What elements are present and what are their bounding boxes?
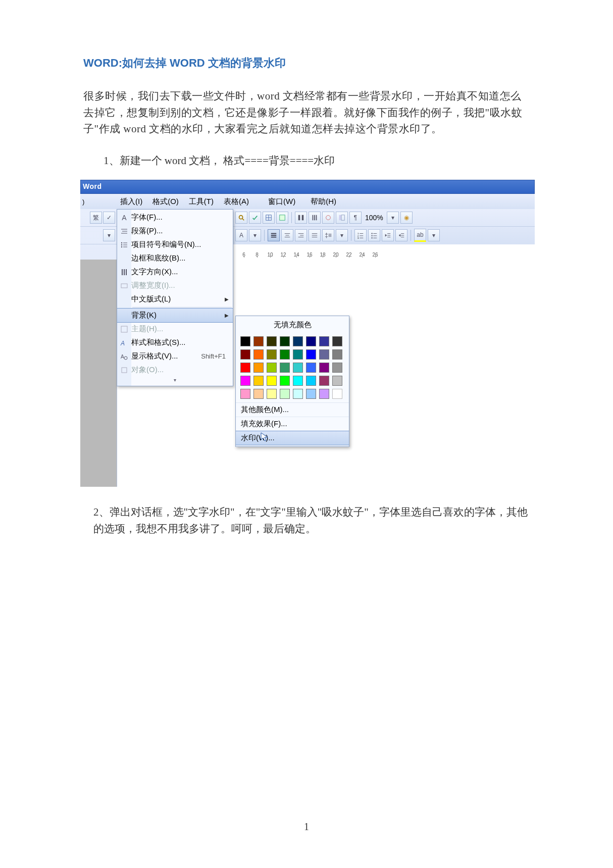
svg-rect-13: [341, 215, 344, 221]
svg-point-34: [371, 235, 372, 236]
color-swatch[interactable]: [240, 363, 250, 373]
color-swatch[interactable]: [280, 336, 290, 346]
align-justify-icon[interactable]: [268, 229, 280, 241]
excel-icon[interactable]: [276, 212, 288, 224]
svg-point-53: [121, 246, 122, 247]
align-dist-icon[interactable]: [309, 229, 321, 241]
color-swatch[interactable]: [319, 376, 329, 386]
menu-item-reveal-formatting[interactable]: A 显示格式(V)... Shift+F1: [117, 349, 233, 363]
dropdown-icon[interactable]: ▾: [428, 229, 440, 241]
color-swatch[interactable]: [332, 376, 342, 386]
menu-window[interactable]: 窗口(W): [263, 194, 300, 209]
color-swatch[interactable]: [306, 389, 316, 399]
spellcheck-icon[interactable]: [249, 212, 261, 224]
color-swatch[interactable]: [332, 336, 342, 346]
color-swatch[interactable]: [332, 389, 342, 399]
dropdown-icon[interactable]: ▾: [249, 229, 261, 241]
color-swatch[interactable]: [253, 349, 264, 360]
color-swatch[interactable]: [319, 363, 329, 373]
bullets-icon[interactable]: [368, 229, 380, 241]
no-fill-option[interactable]: 无填充颜色: [237, 318, 347, 333]
research-icon[interactable]: [235, 212, 247, 224]
watermark-option[interactable]: 水印(W)...: [236, 431, 349, 445]
show-icon[interactable]: ¶: [349, 212, 362, 224]
svg-text:A: A: [120, 340, 125, 347]
color-swatch[interactable]: [267, 376, 277, 386]
color-swatch[interactable]: [267, 363, 277, 373]
color-swatch[interactable]: [293, 349, 303, 360]
color-swatch[interactable]: [267, 389, 277, 399]
color-swatch[interactable]: [293, 363, 303, 373]
color-swatch[interactable]: [253, 389, 264, 399]
zoom-dropdown-icon[interactable]: ▾: [387, 212, 399, 224]
menu-tools[interactable]: 工具(T): [184, 194, 219, 209]
more-colors-option[interactable]: 其他颜色(M)...: [236, 402, 349, 417]
color-swatch[interactable]: [240, 376, 250, 386]
toolbar-row-1: ¶ 100% ▾ ◉: [232, 209, 535, 227]
color-swatch[interactable]: [306, 363, 316, 373]
reveal-icon: A: [117, 352, 131, 361]
menu-item-font[interactable]: A 字体(F)...: [117, 211, 233, 224]
char-scale-icon[interactable]: A: [235, 229, 247, 241]
textdir-icon[interactable]: [309, 212, 321, 224]
color-swatch[interactable]: [240, 336, 250, 346]
color-swatch[interactable]: [319, 349, 329, 360]
color-swatch[interactable]: [293, 389, 303, 399]
toolbar-icon[interactable]: 繁: [90, 212, 102, 224]
menu-item-styles[interactable]: A 样式和格式(S)...: [117, 336, 233, 349]
color-swatch[interactable]: [293, 336, 303, 346]
align-right-icon[interactable]: [295, 229, 307, 241]
ruler-tick: 18: [316, 252, 329, 258]
help-icon[interactable]: ◉: [400, 212, 413, 224]
dropdown-icon[interactable]: ▾: [336, 229, 348, 241]
menu-item-adjust-width: 调整宽度(I)...: [117, 279, 233, 292]
color-swatch[interactable]: [280, 389, 290, 399]
color-swatch[interactable]: [332, 363, 342, 373]
menu-item-background[interactable]: 背景(K) ▶: [117, 308, 233, 323]
color-swatch[interactable]: [319, 336, 329, 346]
color-swatch[interactable]: [293, 376, 303, 386]
color-swatch[interactable]: [240, 389, 250, 399]
dropdown-icon[interactable]: ▾: [103, 229, 115, 241]
color-swatch[interactable]: [280, 376, 290, 386]
zoom-value[interactable]: 100%: [363, 214, 385, 222]
menu-item-text-direction[interactable]: 文字方向(X)...: [117, 265, 233, 279]
docmap-icon[interactable]: [336, 212, 348, 224]
menu-expand-chevron-icon[interactable]: ▾: [117, 377, 233, 385]
color-swatch[interactable]: [253, 376, 264, 386]
color-swatch[interactable]: [240, 349, 250, 360]
toolbar-icon[interactable]: ✓: [103, 212, 115, 224]
svg-line-1: [242, 219, 244, 221]
color-swatch[interactable]: [267, 336, 277, 346]
menu-item-paragraph[interactable]: 段落(P)...: [117, 224, 233, 238]
color-swatch[interactable]: [280, 349, 290, 360]
menu-format[interactable]: 格式(O): [147, 194, 184, 209]
color-swatch[interactable]: [280, 363, 290, 373]
highlight-icon[interactable]: ab: [414, 229, 426, 242]
menu-table[interactable]: 表格(A): [219, 194, 254, 209]
menu-insert[interactable]: 插入(I): [115, 194, 147, 209]
columns-icon[interactable]: [295, 212, 307, 224]
outdent-icon[interactable]: [382, 229, 394, 241]
menu-help[interactable]: 帮助(H): [305, 194, 341, 209]
align-center-icon[interactable]: [281, 229, 293, 241]
color-swatch[interactable]: [332, 349, 342, 360]
menu-item-bullets[interactable]: 项目符号和编号(N)...: [117, 238, 233, 251]
color-swatch[interactable]: [267, 349, 277, 360]
shortcut-text: Shift+F1: [201, 352, 230, 360]
color-swatch[interactable]: [306, 376, 316, 386]
indent-icon[interactable]: [395, 229, 407, 241]
linespacing-icon[interactable]: ‡≡: [322, 229, 334, 241]
fill-effects-option[interactable]: 填充效果(F)...: [236, 417, 349, 431]
color-swatch[interactable]: [306, 349, 316, 360]
app-titlebar: Word: [80, 180, 535, 194]
color-swatch[interactable]: [253, 363, 264, 373]
color-swatch[interactable]: [306, 336, 316, 346]
numbering-icon[interactable]: 123: [354, 229, 367, 241]
drawing-icon[interactable]: [322, 212, 334, 224]
table-icon[interactable]: [263, 212, 275, 224]
menu-item-borders[interactable]: 边框和底纹(B)...: [117, 251, 233, 265]
color-swatch[interactable]: [319, 389, 329, 399]
menu-item-asian-layout[interactable]: 中文版式(L) ▶: [117, 292, 233, 306]
color-swatch[interactable]: [253, 336, 264, 346]
